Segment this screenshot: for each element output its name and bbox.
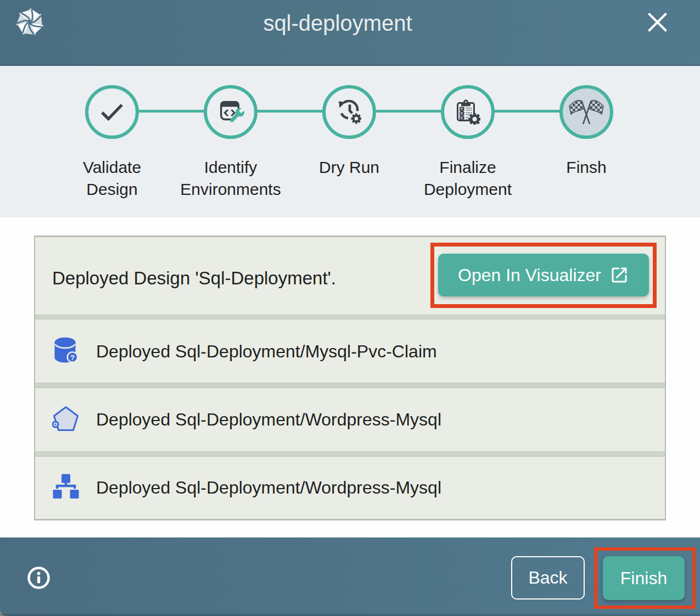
svg-text:?: ? (70, 354, 75, 362)
